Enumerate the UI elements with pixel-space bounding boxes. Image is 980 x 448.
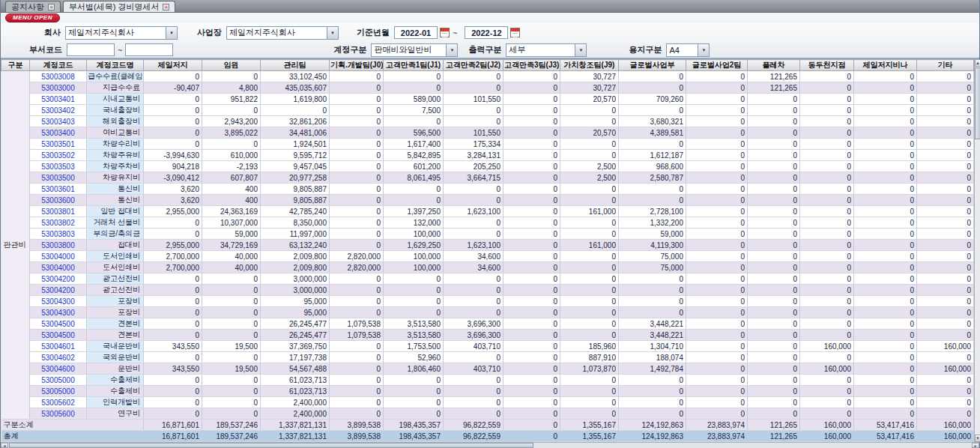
cell-num: 0 <box>330 240 384 251</box>
cell-num: 0 <box>854 375 917 386</box>
table-row[interactable]: 53004602국외운반비0017,197,738052,96000887,91… <box>1 352 974 363</box>
column-header[interactable]: 제일저지 <box>144 60 202 71</box>
scrollbar-track[interactable] <box>975 140 980 435</box>
cell-num: 0 <box>619 71 686 82</box>
column-header[interactable]: 구분 <box>1 60 30 71</box>
column-header[interactable]: 임원 <box>202 60 261 71</box>
table-row[interactable]: 53004200광고선전비003,000,00000000000000 <box>1 273 974 285</box>
column-header[interactable]: 기획.개발팀(J0) <box>330 60 384 71</box>
cell-num: 0 <box>444 217 503 228</box>
menu-open-button[interactable]: MENU OPEN <box>5 13 60 22</box>
scrollbar-thumb[interactable] <box>975 67 980 139</box>
company-select[interactable]: 제일저지주식회사 ▼ <box>65 26 178 40</box>
table-row[interactable]: 53003803부의금/축의금059,00011,997,0000100,000… <box>1 228 974 240</box>
table-row[interactable]: 53003601통신비3,6204009,805,88700000000000 <box>1 184 974 195</box>
cell-num: 0 <box>560 105 619 116</box>
column-header[interactable]: 제일저지비나 <box>854 60 917 71</box>
grand-total-row[interactable]: 총계16,871,601189,537,2461,337,821,1313,89… <box>1 431 974 442</box>
period-from-input[interactable] <box>394 26 438 39</box>
table-row[interactable]: 53005600연구비002,400,00000000000000 <box>1 408 974 420</box>
subtotal-row[interactable]: 구분소계16,871,601189,537,2461,337,821,1313,… <box>1 420 974 431</box>
table-row[interactable]: 53005602인력개발비002,400,00000000000000 <box>1 397 974 408</box>
column-header[interactable]: 플레차 <box>748 60 800 71</box>
cell-name: 지급수수료 <box>87 82 144 94</box>
cell-num: 0 <box>384 307 444 318</box>
cell-name: 국내운반비 <box>87 341 144 352</box>
table-row[interactable]: 53003401시내교통비0951,8221,619,8000589,00010… <box>1 94 974 105</box>
cell-num: 185,960 <box>560 341 619 352</box>
table-row[interactable]: 53004000도서인쇄비2,700,00040,0002,009,8002,8… <box>1 251 974 262</box>
table-row[interactable]: 53003801일반 접대비2,955,00024,363,16942,785,… <box>1 206 974 217</box>
table-row[interactable]: 53003502차량주유비-3,994,630610,0009,595,7120… <box>1 150 974 161</box>
table-row[interactable]: 53005000수출제비0061,023,71300000000000 <box>1 375 974 386</box>
table-row[interactable]: 53004500견본비0026,245,4771,079,5383,513,58… <box>1 318 974 330</box>
scroll-down-icon[interactable]: ▼ <box>975 435 980 442</box>
scroll-right-icon[interactable]: ► <box>972 443 979 448</box>
workplace-select[interactable]: 제일저지주식회사 ▼ <box>226 26 339 40</box>
column-header[interactable]: 가치창조팀(J9) <box>560 60 619 71</box>
scrollbar-thumb[interactable] <box>9 443 533 448</box>
dept-code-to-input[interactable] <box>125 43 173 56</box>
cell-num: 0 <box>917 352 974 363</box>
column-header[interactable]: 글로벌사업2팀 <box>686 60 748 71</box>
cell-num: 435,035,607 <box>261 82 330 94</box>
table-row[interactable]: 53003402국내출장비00007,500000000000 <box>1 105 974 116</box>
table-row[interactable]: 53004300포장비0095,00000000000000 <box>1 296 974 307</box>
paper-type-select[interactable]: A4 ▼ <box>666 43 710 57</box>
calendar-icon[interactable] <box>510 28 520 37</box>
column-header[interactable]: 고객만족2팀(J2) <box>444 60 503 71</box>
calendar-icon[interactable] <box>440 28 450 37</box>
column-header[interactable]: 글로벌사업부 <box>619 60 686 71</box>
horizontal-scrollbar[interactable]: ◄ ► <box>1 442 979 448</box>
column-header[interactable]: 기타 <box>917 60 974 71</box>
column-header[interactable]: 고객만족1팀(J1) <box>384 60 444 71</box>
table-row[interactable]: 53003503차량주차비904,218-2,1939,457,0450601,… <box>1 161 974 172</box>
table-row[interactable]: 53004601국내운반비343,55019,50037,369,75001,7… <box>1 341 974 352</box>
cell-num: 0 <box>384 296 444 307</box>
cell-num: 0 <box>686 172 748 184</box>
close-icon[interactable]: × <box>48 4 55 10</box>
close-icon[interactable]: × <box>163 4 169 10</box>
table-row[interactable]: 53004600운반비343,55019,50054,567,48801,806… <box>1 363 974 375</box>
table-row[interactable]: 53003500차량유지비-3,090,412607,80720,977,258… <box>1 172 974 184</box>
table-row[interactable]: 53003800접대비2,955,00034,729,16963,132,240… <box>1 240 974 251</box>
column-header[interactable]: 계정코드 <box>30 60 87 71</box>
column-header[interactable]: 고객만족3팀(J3) <box>503 60 560 71</box>
scroll-up-icon[interactable]: ▲ <box>975 59 980 67</box>
column-header[interactable]: 동두천지점 <box>800 60 854 71</box>
table-row[interactable]: 53004000도서인쇄비2,700,00040,0002,009,8002,8… <box>1 262 974 273</box>
scroll-left-icon[interactable]: ◄ <box>1 443 8 448</box>
tab-expense-report[interactable]: 부서별(세목) 경비명세서 × <box>63 1 175 12</box>
table-row[interactable]: 53004200광고선전비003,000,00000000000000 <box>1 285 974 296</box>
account-type-select[interactable]: 판매비와일반비 ▼ <box>371 43 458 57</box>
table-row[interactable]: 53003802거래처 선물비010,307,0008,350,0000132,… <box>1 217 974 228</box>
output-type-select[interactable]: 세부 ▼ <box>506 43 587 57</box>
filter-row-2: 부서코드 ~ 계정구분 판매비와일반비 ▼ 출력구분 세부 ▼ 용지구분 A4 … <box>1 41 979 58</box>
cell-num: 0 <box>560 330 619 341</box>
scrollbar-track[interactable] <box>534 443 972 448</box>
vertical-scrollbar[interactable]: ▲ ▼ <box>974 59 980 442</box>
table-row[interactable]: 판관비53003008급수수료(클레임0033,102,450000030,72… <box>1 71 974 82</box>
table-row[interactable]: 53003400여비교통비03,895,02234,481,0060596,50… <box>1 127 974 139</box>
table-row[interactable]: 53003600통신비3,6204009,805,88700000000000 <box>1 195 974 206</box>
dept-code-from-input[interactable] <box>67 43 115 56</box>
cell-num: 0 <box>384 408 444 420</box>
cell-num: 30,727 <box>560 71 619 82</box>
cell-code: 53004500 <box>30 330 87 341</box>
column-header[interactable]: 계정코드명 <box>87 60 144 71</box>
column-header[interactable]: 관리팀 <box>261 60 330 71</box>
cell-num: 0 <box>800 206 854 217</box>
table-row[interactable]: 53004500견본비0026,245,4771,079,5383,513,58… <box>1 330 974 341</box>
cell-num: 95,000 <box>261 307 330 318</box>
table-row[interactable]: 53003501차량수리비001,924,50101,617,400175,33… <box>1 139 974 150</box>
cell-code: 53004000 <box>30 251 87 262</box>
cell-num: 0 <box>686 82 748 94</box>
period-to-input[interactable] <box>465 26 508 39</box>
table-row[interactable]: 53005000수출제비0061,023,71300000000000 <box>1 386 974 397</box>
tab-notice[interactable]: 공지사항 × <box>5 1 61 12</box>
table-row[interactable]: 53003403해외출장비02,943,20032,861,206000003,… <box>1 116 974 127</box>
table-row[interactable]: 53003000지급수수료-90,4074,800435,035,6070000… <box>1 82 974 94</box>
table-row[interactable]: 53004300포장비0095,00000000000000 <box>1 307 974 318</box>
cell-num: 1,612,187 <box>619 150 686 161</box>
cell-num: 0 <box>800 127 854 139</box>
